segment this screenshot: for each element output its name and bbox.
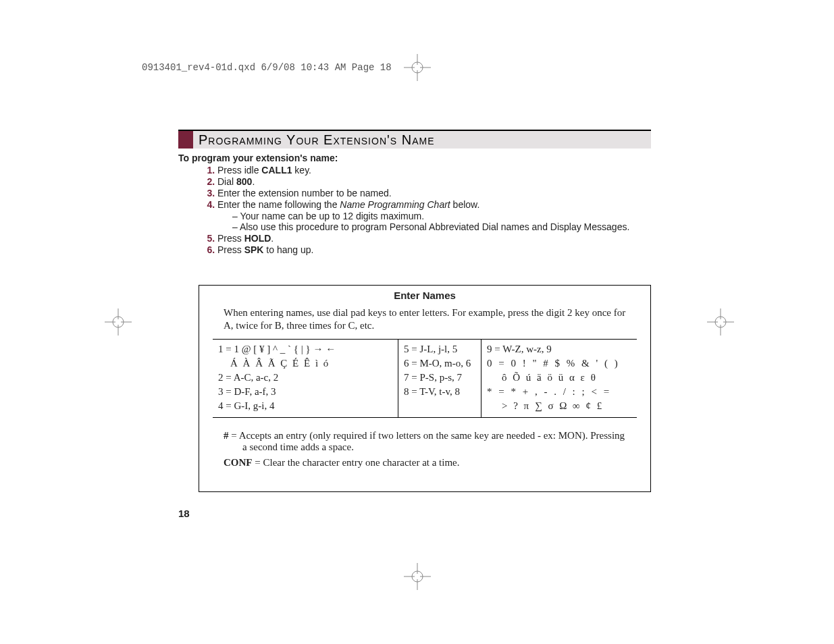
step-2: Dial 800. [217, 176, 651, 187]
title-strip: Programming Your Extension's Name [193, 131, 651, 149]
step-4-sub-2: Also use this procedure to program Perso… [232, 221, 651, 232]
key-star-extra: > ? π ∑ σ Ω ∞ ¢ £ [487, 399, 633, 413]
print-job-header: 0913401_rev4-01d.qxd 6/9/08 10:43 AM Pag… [142, 62, 392, 73]
chart-description: When entering names, use dial pad keys t… [224, 306, 626, 332]
page-number: 18 [178, 508, 190, 519]
chart-table: 1 = 1 @ [ ¥ ] ^ _ ` { | } → ← Á À Â Ã Ç … [213, 339, 637, 418]
step-4: Enter the name following the Name Progra… [217, 199, 651, 232]
chart-col-1: 1 = 1 @ [ ¥ ] ^ _ ` { | } → ← Á À Â Ã Ç … [213, 340, 398, 417]
key-4-row: 4 = G-I, g-i, 4 [218, 399, 394, 413]
note-hash: # = Accepts an entry (only required if t… [224, 430, 626, 453]
crop-mark-left [105, 308, 132, 336]
crop-mark-top [404, 54, 431, 81]
title-accent-block [178, 131, 193, 149]
section-title: Programming Your Extension's Name [199, 132, 435, 148]
key-3-row: 3 = D-F, a-f, 3 [218, 385, 394, 399]
crop-mark-bottom [404, 563, 431, 590]
step-3: Enter the extension number to be named. [217, 188, 651, 198]
key-7-row: 7 = P-S, p-s, 7 [404, 371, 477, 385]
key-1-accents: Á À Â Ã Ç É Ê ì ó [218, 356, 394, 371]
chart-col-3: 9 = W-Z, w-z, 9 0 = 0 ! " # $ % & ' ( ) … [481, 340, 637, 417]
key-5-row: 5 = J-L, j-l, 5 [404, 342, 477, 356]
step-1: Press idle CALL1 key. [217, 165, 651, 176]
section-title-bar: Programming Your Extension's Name [178, 130, 651, 149]
step-5: Press HOLD. [217, 233, 651, 244]
key-0-row: 0 = 0 ! " # $ % & ' ( ) [487, 356, 633, 371]
step-4-sub-1: Your name can be up to 12 digits maximum… [232, 211, 651, 221]
chart-notes: # = Accepts an entry (only required if t… [224, 430, 626, 468]
key-6-row: 6 = M-O, m-o, 6 [404, 356, 477, 371]
crop-mark-right [707, 308, 734, 336]
key-8-row: 8 = T-V, t-v, 8 [404, 385, 477, 399]
name-programming-chart: Enter Names When entering names, use dia… [199, 285, 651, 492]
key-0-accents: ô Õ ú ä ö ü α ε θ [487, 371, 633, 385]
key-9-row: 9 = W-Z, w-z, 9 [487, 342, 633, 356]
key-1-row: 1 = 1 @ [ ¥ ] ^ _ ` { | } → ← [218, 342, 394, 356]
note-conf: CONF = Clear the character entry one cha… [224, 457, 626, 468]
intro-heading: To program your extension's name: [178, 153, 651, 163]
chart-title: Enter Names [199, 290, 650, 301]
steps-list: Press idle CALL1 key. Dial 800. Enter th… [178, 165, 651, 255]
step-6: Press SPK to hang up. [217, 244, 651, 255]
page-content: Programming Your Extension's Name To pro… [178, 130, 651, 492]
key-star-row: * = * + , - . / : ; < = [487, 385, 633, 399]
key-2-row: 2 = A-C, a-c, 2 [218, 371, 394, 385]
chart-col-2: 5 = J-L, j-l, 5 6 = M-O, m-o, 6 7 = P-S,… [398, 340, 481, 417]
